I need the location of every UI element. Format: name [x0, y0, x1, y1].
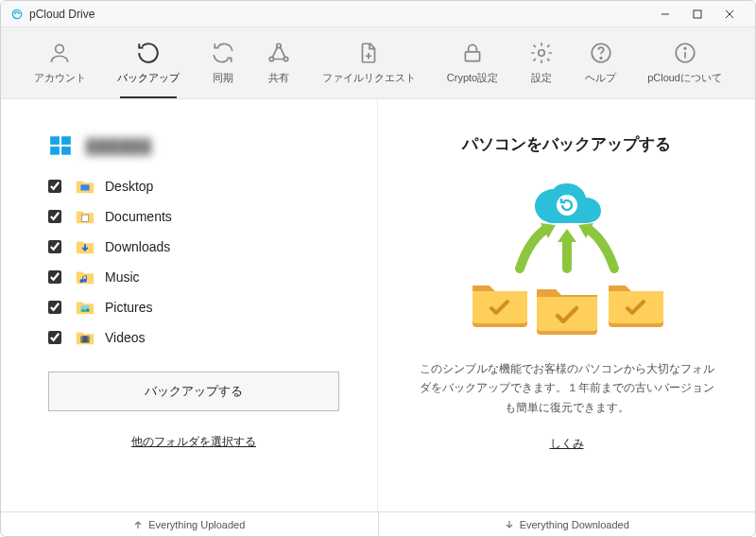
- status-downloaded: Everything Downloaded: [379, 512, 756, 536]
- svg-rect-20: [50, 147, 60, 155]
- svg-rect-11: [465, 52, 479, 61]
- how-it-works-link[interactable]: しくみ: [550, 436, 584, 452]
- svg-rect-29: [81, 340, 82, 341]
- folder-checkbox[interactable]: [48, 301, 61, 314]
- toolbar: アカウント バックアップ 同期 共有 ファイルリクエスト Crypto設定 設定…: [1, 27, 755, 99]
- backup-description: このシンプルな機能でお客様のパソコンから大切なフォルダをバックアップできます。１…: [416, 359, 717, 417]
- other-folders-link[interactable]: 他のフォルダを選択する: [48, 434, 339, 450]
- maximize-button[interactable]: [681, 4, 713, 25]
- computer-name: ██████: [86, 138, 152, 154]
- folder-checkbox[interactable]: [48, 180, 61, 193]
- svg-point-33: [557, 195, 577, 216]
- computer-row: ██████: [48, 133, 339, 158]
- pictures-folder-icon: [75, 298, 95, 317]
- help-icon: [589, 41, 613, 65]
- account-icon: [47, 41, 72, 65]
- svg-rect-22: [80, 184, 89, 190]
- svg-rect-28: [81, 338, 82, 339]
- sync-icon: [211, 41, 235, 65]
- tab-sync[interactable]: 同期: [207, 27, 239, 98]
- info-icon: [673, 41, 697, 65]
- folder-item-documents[interactable]: Documents: [48, 205, 339, 228]
- folder-item-pictures[interactable]: Pictures: [48, 296, 339, 319]
- status-bar: Everything Uploaded Everything Downloade…: [1, 511, 755, 536]
- tab-share[interactable]: 共有: [263, 27, 295, 98]
- close-button[interactable]: [713, 4, 746, 25]
- svg-point-8: [284, 57, 287, 61]
- tab-about[interactable]: pCloudについて: [644, 27, 726, 98]
- svg-rect-21: [61, 147, 71, 155]
- svg-point-25: [82, 307, 84, 309]
- folder-item-desktop[interactable]: Desktop: [48, 175, 339, 198]
- tab-account[interactable]: アカウント: [30, 27, 90, 98]
- tab-backup[interactable]: バックアップ: [113, 27, 183, 98]
- svg-rect-2: [694, 10, 701, 18]
- svg-rect-23: [81, 215, 88, 221]
- windows-icon: [48, 133, 73, 158]
- window-title: pCloud Drive: [29, 8, 649, 21]
- main-content: ██████ Desktop Documents Downloads M: [1, 99, 755, 511]
- tab-help[interactable]: ヘルプ: [581, 27, 620, 98]
- folder-item-downloads[interactable]: Downloads: [48, 235, 339, 258]
- svg-marker-35: [558, 229, 576, 242]
- svg-rect-27: [81, 337, 82, 338]
- music-folder-icon: [75, 268, 95, 286]
- svg-rect-30: [88, 337, 89, 338]
- status-uploaded: Everything Uploaded: [1, 512, 379, 536]
- svg-rect-19: [61, 136, 71, 145]
- folder-checkbox[interactable]: [48, 331, 61, 344]
- svg-point-7: [269, 57, 273, 61]
- backup-icon: [136, 41, 161, 65]
- svg-point-14: [600, 58, 602, 60]
- svg-point-12: [539, 50, 545, 57]
- right-panel: パソコンをバックアップする: [378, 99, 755, 511]
- svg-rect-32: [88, 340, 89, 341]
- folder-list: Desktop Documents Downloads Music Pictur: [48, 175, 339, 349]
- svg-point-17: [684, 47, 686, 49]
- backup-illustration: [435, 174, 699, 344]
- lock-icon: [460, 41, 485, 65]
- minimize-button[interactable]: [649, 4, 681, 25]
- folder-item-music[interactable]: Music: [48, 266, 339, 288]
- folder-item-videos[interactable]: Videos: [48, 326, 339, 349]
- svg-point-5: [56, 44, 64, 53]
- share-icon: [266, 41, 291, 65]
- titlebar: pCloud Drive: [1, 1, 755, 27]
- svg-point-6: [277, 43, 281, 47]
- left-panel: ██████ Desktop Documents Downloads M: [1, 99, 378, 511]
- tab-file-request[interactable]: ファイルリクエスト: [318, 27, 420, 98]
- desktop-folder-icon: [75, 177, 95, 196]
- tab-settings[interactable]: 設定: [525, 27, 558, 98]
- svg-rect-31: [88, 338, 89, 339]
- videos-folder-icon: [75, 328, 95, 347]
- folder-checkbox[interactable]: [48, 210, 61, 223]
- folder-checkbox[interactable]: [48, 270, 61, 284]
- svg-point-0: [12, 9, 21, 18]
- backup-button[interactable]: バックアップする: [48, 372, 339, 411]
- gear-icon: [529, 41, 554, 65]
- folder-checkbox[interactable]: [48, 240, 61, 253]
- downloads-folder-icon: [75, 237, 95, 256]
- upload-arrow-icon: [133, 520, 143, 529]
- app-logo-icon: [10, 8, 24, 21]
- svg-rect-18: [50, 136, 60, 145]
- download-arrow-icon: [505, 520, 514, 529]
- tab-crypto[interactable]: Crypto設定: [443, 27, 502, 98]
- documents-folder-icon: [75, 207, 95, 226]
- backup-heading: パソコンをバックアップする: [462, 133, 671, 155]
- file-request-icon: [356, 41, 381, 65]
